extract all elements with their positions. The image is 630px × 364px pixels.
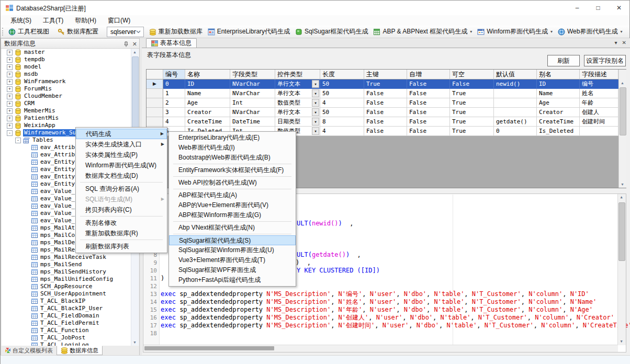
grid-cell[interactable]: Creator — [185, 108, 230, 117]
minimize-button[interactable]: – — [567, 1, 588, 15]
code-vscrollbar-thumb[interactable] — [618, 202, 625, 261]
grid-cell[interactable]: ID — [185, 79, 230, 89]
context-menu-item-11[interactable]: 重新加载数据库(R) — [76, 228, 167, 238]
maximize-button[interactable]: □ — [588, 1, 609, 15]
dock-dropdown-icon[interactable]: ▾ — [615, 40, 617, 46]
grid-cell[interactable]: Name — [537, 89, 580, 98]
grid-cell[interactable]: 50 — [320, 108, 364, 117]
grid-cell[interactable]: 2 — [163, 98, 185, 108]
grid-cell[interactable] — [494, 98, 537, 108]
grid-cell[interactable]: 4 — [163, 117, 185, 127]
toolbar-button-10[interactable]: Winform界面代码生成▾ — [475, 26, 555, 37]
close-button[interactable]: ✕ — [609, 1, 629, 15]
grid-header-4[interactable]: 长度 — [320, 70, 364, 79]
code-vscrollbar[interactable]: ▲▼ — [617, 194, 626, 345]
grid-header-5[interactable]: 主键 — [364, 70, 407, 79]
grid-cell[interactable]: NVarChar — [230, 79, 275, 89]
grid-row-header[interactable] — [147, 98, 163, 108]
tree-item[interactable]: T_ACL_FieldPermit — [2, 320, 132, 327]
submenu-item-2[interactable]: Bootstrap的Web界面代码生成(B) — [169, 153, 296, 163]
tree-item[interactable]: +CloudMember — [2, 93, 132, 100]
tree-item[interactable]: mps_MailSend — [2, 261, 132, 268]
context-menu-item-13[interactable]: 刷新数据库列表 — [76, 241, 167, 252]
tree-item[interactable]: +master — [2, 49, 132, 56]
combo-dropdown-button[interactable]: ▼ — [312, 99, 319, 107]
grid-row-header[interactable] — [147, 89, 163, 98]
grid-header-6[interactable]: 自增 — [407, 70, 450, 79]
grid-cell[interactable]: DateTime — [230, 117, 275, 127]
toolbar-button-13[interactable]: 退出 — [628, 26, 630, 37]
context-menu-item-3[interactable]: Winform界面代码生成(W) — [76, 160, 167, 170]
grid-cell[interactable]: False — [364, 127, 407, 136]
grid-cell[interactable]: False — [450, 79, 494, 89]
grid-cell[interactable]: False — [364, 89, 407, 98]
grid-cell[interactable]: Int — [230, 98, 275, 108]
grid-header-0[interactable]: 编号 — [163, 70, 185, 79]
submenu-item-15[interactable]: SqlSugar框架Winform界面生成(U) — [169, 245, 296, 255]
database-type-combobox[interactable]: sqlserver — [107, 27, 144, 37]
submenu-item-1[interactable]: Web界面代码生成(I) — [169, 143, 296, 153]
combo-dropdown-button[interactable]: ▼ — [312, 108, 319, 116]
grid-cell[interactable]: 8 — [320, 117, 364, 127]
grid-cell[interactable]: True — [450, 98, 494, 108]
grid-cell[interactable]: False — [407, 79, 450, 89]
tree-item[interactable]: +model — [2, 63, 132, 71]
grid-scroll-down-icon[interactable]: ▼ — [619, 181, 626, 188]
grid-cell[interactable]: CreateTime — [185, 117, 230, 127]
grid-corner-cell[interactable] — [147, 70, 163, 79]
grid-header-8[interactable]: 默认值 — [494, 70, 537, 79]
grid-cell[interactable]: 单行文本▼ — [275, 89, 320, 98]
submenu-item-4[interactable]: EntityFramework实体框架代码生成(F) — [169, 165, 296, 175]
grid-scrollbar[interactable]: ▲▼ — [618, 70, 626, 188]
grid-cell[interactable]: getdate() — [494, 117, 537, 127]
grid-cell[interactable]: Is_Deleted — [537, 127, 580, 136]
grid-cell[interactable]: 创建时间 — [580, 117, 618, 127]
grid-header-10[interactable]: 字段描述 — [580, 70, 618, 79]
tree-item[interactable]: +tempdb — [2, 56, 132, 63]
combo-dropdown-button[interactable]: ▼ — [312, 80, 319, 88]
pin-icon[interactable] — [123, 41, 129, 47]
combo-dropdown-button[interactable]: ▼ — [312, 89, 319, 97]
grid-cell[interactable]: False — [407, 108, 450, 117]
grid-cell[interactable]: 50 — [320, 79, 364, 89]
grid-cell[interactable]: ID — [537, 79, 580, 89]
tab-table-basic-info[interactable]: 表基本信息 — [146, 38, 197, 48]
tree-item[interactable]: +WinFramework — [2, 78, 132, 85]
grid-cell[interactable]: 50 — [320, 89, 364, 98]
tree-item[interactable]: T_ACL_BlackIP_User — [2, 305, 132, 312]
toolbar-button-1[interactable]: 工具栏视图 — [6, 26, 52, 37]
grid-cell[interactable]: 0 — [163, 79, 185, 89]
grid-header-9[interactable]: 别名 — [537, 70, 580, 79]
submenu-item-9[interactable]: ABP的Vue+Element界面代码(V) — [169, 200, 296, 210]
grid-cell[interactable]: False — [407, 89, 450, 98]
tree-item[interactable]: +ForumMis — [2, 85, 132, 93]
context-menu-item-0[interactable]: 代码生成▶ — [76, 129, 167, 139]
grid-cell[interactable]: False — [407, 117, 450, 127]
refresh-button[interactable]: 刷新 — [547, 55, 580, 66]
grid-header-7[interactable]: 可空 — [450, 70, 494, 79]
toolbar-grip[interactable] — [2, 28, 3, 36]
tree-item[interactable]: T_ACL_Function — [2, 327, 132, 334]
tree-expander-icon[interactable]: + — [7, 101, 13, 107]
bottom-tab-0[interactable]: 自定义模板列表 — [1, 346, 57, 355]
toolbar-button-6[interactable]: 重新加载数据库 — [147, 26, 205, 37]
tree-item[interactable]: mps_MailSendHistory — [2, 268, 132, 276]
grid-cell[interactable]: 0 — [494, 127, 537, 136]
grid-cell[interactable]: 编号 — [580, 79, 618, 89]
grid-cell[interactable]: 日期类型▼ — [275, 117, 320, 127]
grid-cell[interactable]: True — [450, 89, 494, 98]
submenu-item-10[interactable]: ABP框架Winform界面生成(G) — [169, 210, 296, 220]
grid-cell[interactable]: NVarChar — [230, 89, 275, 98]
grid-header-1[interactable]: 名称 — [185, 70, 230, 79]
grid-cell[interactable]: CreateTime — [537, 117, 580, 127]
tree-expander-icon[interactable]: + — [7, 116, 13, 121]
menubar-item-3[interactable]: 窗口(W) — [102, 15, 136, 26]
toolbar-button-3[interactable]: 数据库配置 — [55, 26, 101, 37]
code-scroll-up-icon[interactable]: ▲ — [618, 194, 625, 201]
tree-item[interactable]: +msdb — [2, 71, 132, 78]
menubar-item-2[interactable]: 帮助(H) — [69, 15, 102, 26]
grid-scrollbar-thumb[interactable] — [620, 87, 626, 135]
tree-expander-icon[interactable]: - — [7, 130, 13, 136]
combo-dropdown-button[interactable]: ▼ — [312, 118, 319, 126]
scroll-up-icon[interactable]: ▲ — [131, 49, 138, 55]
